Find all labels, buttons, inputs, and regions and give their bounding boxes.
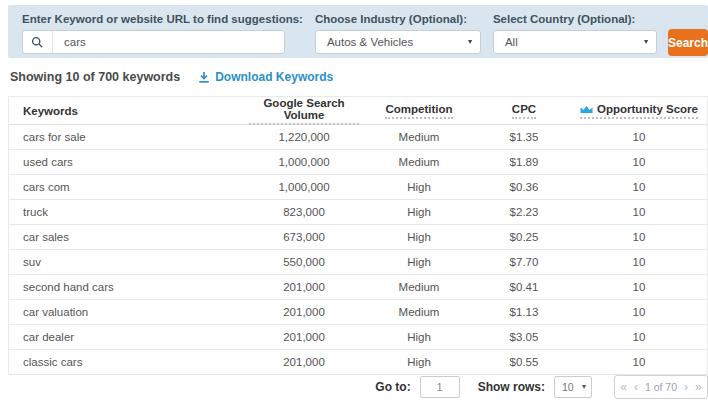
cell-keyword: car dealer (9, 331, 249, 343)
cell-score: 10 (569, 256, 708, 268)
goto-label: Go to: (375, 380, 410, 394)
search-button[interactable]: Search (668, 29, 708, 56)
page: Enter Keyword or website URL to find sug… (0, 0, 708, 400)
cell-keyword: second hand cars (9, 281, 249, 293)
cell-score: 10 (569, 356, 708, 368)
next-page-icon[interactable]: › (684, 381, 688, 393)
country-select[interactable]: All ▾ (493, 30, 657, 54)
cell-score: 10 (569, 156, 708, 168)
cell-volume: 201,000 (249, 331, 359, 343)
country-select-value: All (505, 36, 518, 48)
cell-volume: 201,000 (249, 281, 359, 293)
table-header-row: Keywords Google Search Volume Competitio… (9, 97, 707, 125)
cell-score: 10 (569, 181, 708, 193)
table-row: car dealer201,000High$3.0510 (9, 325, 707, 350)
chevron-down-icon: ▾ (644, 38, 648, 46)
chevron-down-icon: ▾ (468, 38, 472, 46)
column-header-search-volume[interactable]: Google Search Volume (249, 97, 359, 125)
cell-score: 10 (569, 131, 708, 143)
cell-cpc: $0.55 (479, 356, 569, 368)
cell-competition: Medium (359, 306, 479, 318)
cell-cpc: $1.13 (479, 306, 569, 318)
results-bar: Showing 10 of 700 keywords Download Keyw… (10, 70, 333, 84)
search-panel: Enter Keyword or website URL to find sug… (8, 5, 708, 58)
cell-score: 10 (569, 331, 708, 343)
showing-count: Showing 10 of 700 keywords (10, 70, 180, 84)
country-field: Select Country (Optional): All ▾ (493, 13, 657, 54)
cell-cpc: $7.70 (479, 256, 569, 268)
cell-keyword: suv (9, 256, 249, 268)
cell-keyword: classic cars (9, 356, 249, 368)
chevron-down-icon: ▾ (582, 383, 586, 391)
cell-volume: 1,000,000 (249, 156, 359, 168)
cell-volume: 823,000 (249, 206, 359, 218)
cell-competition: High (359, 356, 479, 368)
column-header-competition[interactable]: Competition (359, 103, 479, 119)
cell-volume: 201,000 (249, 356, 359, 368)
page-indicator: 1 of 70 (645, 381, 677, 393)
cell-keyword: car sales (9, 231, 249, 243)
cell-cpc: $2.23 (479, 206, 569, 218)
search-icon (23, 31, 53, 53)
table-footer: Go to: 1 Show rows: 10 ▾ « ‹ 1 of 70 › » (8, 375, 708, 399)
cell-competition: High (359, 231, 479, 243)
keywords-table: Keywords Google Search Volume Competitio… (8, 96, 708, 375)
table-row: truck823,000High$2.2310 (9, 200, 707, 225)
cell-cpc: $1.89 (479, 156, 569, 168)
cell-score: 10 (569, 306, 708, 318)
show-rows-value: 10 (562, 381, 574, 393)
cell-competition: Medium (359, 131, 479, 143)
goto-page-value: 1 (437, 381, 443, 393)
cell-keyword: cars for sale (9, 131, 249, 143)
cell-volume: 1,220,000 (249, 131, 359, 143)
cell-cpc: $0.41 (479, 281, 569, 293)
table-row: used cars1,000,000Medium$1.8910 (9, 150, 707, 175)
country-label: Select Country (Optional): (493, 13, 657, 25)
cell-competition: High (359, 181, 479, 193)
cell-keyword: used cars (9, 156, 249, 168)
cell-competition: Medium (359, 281, 479, 293)
table-body: cars for sale1,220,000Medium$1.3510used … (9, 125, 707, 375)
prev-page-icon[interactable]: ‹ (634, 381, 638, 393)
column-header-keywords: Keywords (9, 105, 249, 117)
download-keywords-link[interactable]: Download Keywords (198, 70, 333, 84)
cell-score: 10 (569, 231, 708, 243)
goto-page-input[interactable]: 1 (420, 376, 460, 398)
cell-keyword: cars com (9, 181, 249, 193)
industry-field: Choose Industry (Optional): Autos & Vehi… (315, 13, 481, 54)
show-rows-label: Show rows: (478, 380, 545, 394)
cell-volume: 1,000,000 (249, 181, 359, 193)
first-page-icon[interactable]: « (620, 381, 627, 393)
cell-score: 10 (569, 206, 708, 218)
industry-select[interactable]: Autos & Vehicles ▾ (315, 30, 481, 54)
table-row: car sales673,000High$0.2510 (9, 225, 707, 250)
show-rows-select[interactable]: 10 ▾ (554, 376, 592, 398)
cell-score: 10 (569, 281, 708, 293)
cell-volume: 550,000 (249, 256, 359, 268)
download-link-label: Download Keywords (215, 70, 333, 84)
table-row: cars for sale1,220,000Medium$1.3510 (9, 125, 707, 150)
cell-keyword: truck (9, 206, 249, 218)
industry-select-value: Autos & Vehicles (327, 36, 413, 48)
table-row: car valuation201,000Medium$1.1310 (9, 300, 707, 325)
last-page-icon[interactable]: » (695, 381, 702, 393)
cell-cpc: $1.35 (479, 131, 569, 143)
column-header-cpc[interactable]: CPC (479, 103, 569, 119)
keyword-input[interactable]: cars (22, 30, 285, 54)
keyword-label: Enter Keyword or website URL to find sug… (22, 13, 303, 25)
cell-keyword: car valuation (9, 306, 249, 318)
industry-label: Choose Industry (Optional): (315, 13, 481, 25)
cell-cpc: $3.05 (479, 331, 569, 343)
column-header-opportunity-score[interactable]: Opportunity Score (569, 103, 708, 119)
cell-competition: High (359, 256, 479, 268)
download-icon (198, 71, 210, 83)
crown-icon (580, 105, 593, 114)
pagination: « ‹ 1 of 70 › » (614, 375, 708, 399)
table-row: suv550,000High$7.7010 (9, 250, 707, 275)
table-row: cars com1,000,000High$0.3610 (9, 175, 707, 200)
keyword-field: Enter Keyword or website URL to find sug… (22, 13, 303, 54)
cell-cpc: $0.25 (479, 231, 569, 243)
cell-cpc: $0.36 (479, 181, 569, 193)
table-row: classic cars201,000High$0.5510 (9, 350, 707, 375)
cell-competition: High (359, 331, 479, 343)
